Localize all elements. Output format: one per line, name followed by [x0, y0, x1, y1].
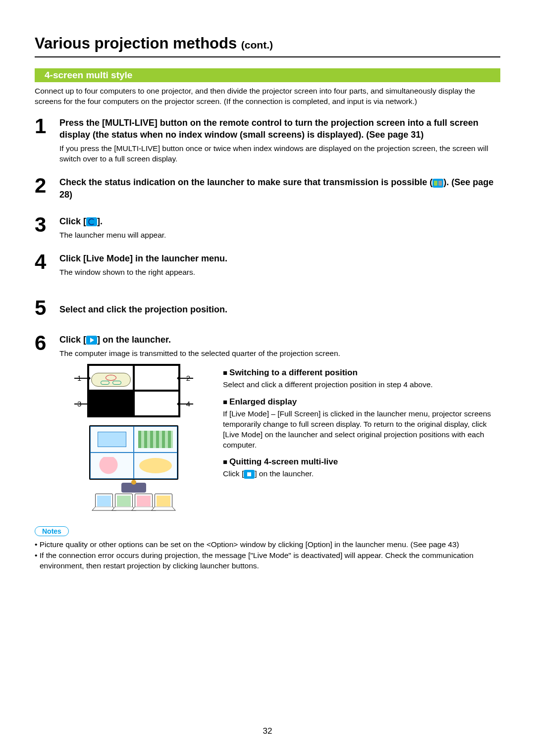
step-6-head: Click [] on the launcher.	[59, 334, 500, 346]
result-block: 1 2 3	[59, 364, 500, 508]
step-number: 4	[35, 252, 59, 272]
quad-cell-2: 2	[134, 365, 179, 391]
step-number: 5	[35, 298, 59, 318]
info-column: Switching to a different position Select…	[223, 364, 500, 487]
switching-text: Select and click a different projection …	[223, 380, 500, 390]
step-1-sub: If you press the [MULTI-LIVE] button onc…	[59, 144, 500, 164]
step-3-sub: The launcher menu will appear.	[59, 230, 500, 241]
quitting-text-pre: Click [	[223, 469, 244, 478]
switching-heading: Switching to a different position	[223, 368, 500, 378]
transmission-status-icon	[432, 179, 443, 188]
step-5-head: Select and click the projection position…	[59, 299, 500, 315]
quad-label-1: 1	[77, 374, 81, 382]
step-3: 3 Click []. The launcher menu will appea…	[35, 214, 500, 241]
section-heading: 4-screen multi style	[35, 68, 500, 82]
quitting-heading: Quitting 4-screen multi-live	[223, 457, 500, 467]
notes-list: • Picture quality or other options can b…	[35, 539, 500, 571]
step-6-sub: The computer image is transmitted to the…	[59, 349, 500, 359]
quitting-text-post: ] on the launcher.	[255, 469, 314, 478]
quad-cell-4: 4	[134, 391, 179, 416]
quadrant-illustration: 1 2 3	[59, 364, 208, 508]
quad-label-3: 3	[77, 400, 81, 408]
quad-label-2: 2	[186, 374, 190, 382]
launcher-menu-icon	[86, 217, 97, 226]
step-6-head-pre: Click [	[59, 335, 86, 345]
step-4: 4 Click [Live Mode] in the launcher menu…	[35, 252, 500, 278]
step-number: 1	[35, 116, 59, 137]
step-6-head-post: ] on the launcher.	[97, 335, 171, 345]
step-number: 3	[35, 214, 59, 235]
step-4-head: Click [Live Mode] in the launcher menu.	[59, 252, 500, 264]
page-title: Various projection methods (cont.)	[35, 35, 500, 52]
step-2-head: Check the status indication on the launc…	[59, 176, 500, 201]
intro-text: Connect up to four computers to one proj…	[35, 86, 500, 107]
quad-cell-3-selected: 3	[88, 391, 134, 416]
stop-icon	[244, 470, 255, 479]
step-2: 2 Check the status indication on the lau…	[35, 175, 500, 203]
step-number: 6	[35, 333, 59, 353]
title-rule	[35, 56, 500, 57]
page-title-cont: (cont.)	[241, 39, 273, 50]
page-title-main: Various projection methods	[35, 35, 241, 52]
step-6: 6 Click [] on the launcher. The computer…	[35, 333, 500, 508]
step-number: 2	[35, 175, 59, 196]
enlarged-text: If [Live Mode] – [Full Screen] is clicke…	[223, 409, 500, 451]
step-4-sub: The window shown to the right appears.	[59, 267, 500, 278]
quad-cell-1: 1	[88, 365, 134, 391]
note-item: • Picture quality or other options can b…	[35, 539, 500, 550]
notes-pill: Notes	[35, 526, 69, 536]
step-2-head-pre: Check the status indication on the launc…	[59, 177, 432, 187]
step-1-head: Press the [MULTI-LIVE] button on the rem…	[59, 117, 500, 141]
step-1: 1 Press the [MULTI-LIVE] button on the r…	[35, 116, 500, 164]
quitting-text: Click [] on the launcher.	[223, 469, 500, 479]
step-3-head: Click [].	[59, 215, 500, 227]
laptop-scene-illustration	[89, 425, 178, 508]
step-5: 5 Select and click the projection positi…	[35, 298, 500, 318]
note-item: • If the connection error occurs during …	[35, 550, 500, 571]
quad-label-4: 4	[186, 400, 190, 408]
step-3-head-post: ].	[97, 216, 103, 226]
step-3-head-pre: Click [	[59, 216, 86, 226]
enlarged-heading: Enlarged display	[223, 397, 500, 407]
projector-icon	[91, 373, 131, 387]
play-icon	[86, 336, 97, 345]
page-number: 32	[0, 726, 535, 736]
